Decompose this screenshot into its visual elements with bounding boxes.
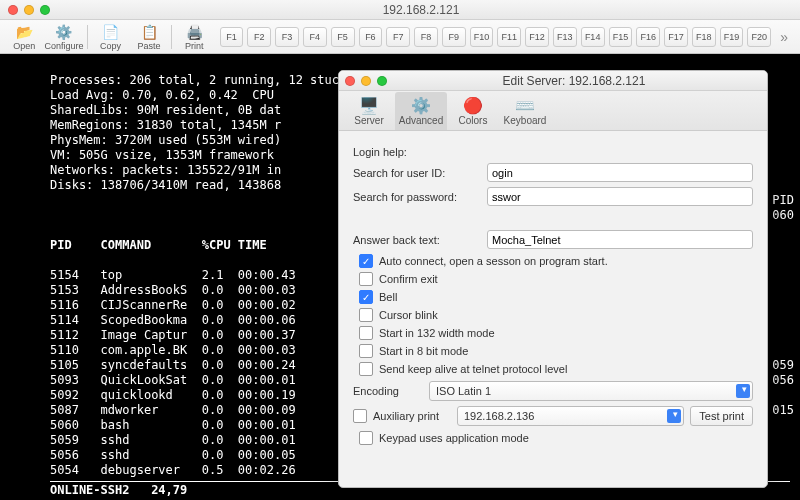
keypad-row[interactable]: Keypad uses application mode: [359, 431, 753, 445]
checkbox-label: Confirm exit: [379, 273, 438, 285]
window-controls: [8, 5, 50, 15]
copy-button[interactable]: 📄Copy: [92, 21, 128, 53]
fn-f13[interactable]: F13: [553, 27, 577, 47]
test-print-button[interactable]: Test print: [690, 406, 753, 426]
paste-label: Paste: [138, 41, 161, 51]
checkbox-label: Cursor blink: [379, 309, 438, 321]
fn-f5[interactable]: F5: [331, 27, 355, 47]
open-button[interactable]: 📂Open: [6, 21, 42, 53]
fn-f4[interactable]: F4: [303, 27, 327, 47]
checkbox-icon[interactable]: [353, 409, 367, 423]
tab-colors[interactable]: 🔴Colors: [447, 92, 499, 130]
paste-button[interactable]: 📋Paste: [131, 21, 167, 53]
sheet-window-controls: [345, 76, 387, 86]
zoom-icon[interactable]: [377, 76, 387, 86]
fn-f2[interactable]: F2: [247, 27, 271, 47]
checkbox-icon[interactable]: [359, 344, 373, 358]
fn-f3[interactable]: F3: [275, 27, 299, 47]
fn-f15[interactable]: F15: [609, 27, 633, 47]
encoding-value: ISO Latin 1: [436, 385, 491, 397]
minimize-icon[interactable]: [361, 76, 371, 86]
fn-f7[interactable]: F7: [386, 27, 410, 47]
search-user-input[interactable]: [487, 163, 753, 182]
checkbox-icon[interactable]: [359, 326, 373, 340]
fn-f16[interactable]: F16: [636, 27, 660, 47]
checkbox-label: Start in 132 width mode: [379, 327, 495, 339]
tab-server[interactable]: 🖥️Server: [343, 92, 395, 130]
tab-label: Advanced: [399, 115, 443, 126]
checkbox-label: Bell: [379, 291, 397, 303]
status-line: ONLINE-SSH2 24,79: [50, 483, 187, 498]
auto-connect-row[interactable]: ✓Auto connect, open a sesson on program …: [359, 254, 753, 268]
zoom-icon[interactable]: [40, 5, 50, 15]
toolbar-divider: [171, 25, 172, 49]
fn-f18[interactable]: F18: [692, 27, 716, 47]
function-keys: F1F2F3F4F5F6F7F8F9F10F11F12F13F14F15F16F…: [219, 27, 773, 47]
answer-back-label: Answer back text:: [353, 234, 481, 246]
tab-advanced[interactable]: ⚙️Advanced: [395, 92, 447, 130]
fn-f10[interactable]: F10: [470, 27, 494, 47]
checkbox-icon[interactable]: ✓: [359, 254, 373, 268]
fn-f12[interactable]: F12: [525, 27, 549, 47]
bit8-row[interactable]: Start in 8 bit mode: [359, 344, 753, 358]
test-print-label: Test print: [699, 410, 744, 422]
keepalive-row[interactable]: Send keep alive at telnet protocol level: [359, 362, 753, 376]
tab-label: Keyboard: [504, 115, 547, 126]
configure-label: Configure: [44, 41, 83, 51]
server-icon: 🖥️: [359, 97, 379, 115]
aux-host-select[interactable]: 192.168.2.136: [457, 406, 684, 426]
tab-keyboard[interactable]: ⌨️Keyboard: [499, 92, 551, 130]
encoding-label: Encoding: [353, 385, 423, 397]
checkbox-icon[interactable]: ✓: [359, 290, 373, 304]
search-user-label: Search for user ID:: [353, 167, 481, 179]
sheet-body: Login help: Search for user ID: Search f…: [339, 131, 767, 459]
search-password-input[interactable]: [487, 187, 753, 206]
checkbox-label: Auxiliary print: [373, 410, 439, 422]
cursor-blink-row[interactable]: Cursor blink: [359, 308, 753, 322]
window-title: 192.168.2.121: [50, 3, 792, 17]
checkbox-label: Keypad uses application mode: [379, 432, 529, 444]
fn-f20[interactable]: F20: [747, 27, 771, 47]
print-label: Print: [185, 41, 204, 51]
edit-server-sheet: Edit Server: 192.168.2.121 🖥️Server⚙️Adv…: [338, 70, 768, 488]
close-icon[interactable]: [345, 76, 355, 86]
fn-f14[interactable]: F14: [581, 27, 605, 47]
checkbox-icon[interactable]: [359, 308, 373, 322]
checkbox-icon[interactable]: [359, 431, 373, 445]
confirm-exit-row[interactable]: Confirm exit: [359, 272, 753, 286]
overflow-icon[interactable]: »: [774, 29, 794, 45]
width-132-row[interactable]: Start in 132 width mode: [359, 326, 753, 340]
tab-label: Server: [354, 115, 383, 126]
encoding-select[interactable]: ISO Latin 1: [429, 381, 753, 401]
print-button[interactable]: 🖨️Print: [176, 21, 212, 53]
tab-label: Colors: [459, 115, 488, 126]
fn-f6[interactable]: F6: [359, 27, 383, 47]
bell-row[interactable]: ✓Bell: [359, 290, 753, 304]
advanced-icon: ⚙️: [411, 97, 431, 115]
fn-f11[interactable]: F11: [497, 27, 521, 47]
colors-icon: 🔴: [463, 97, 483, 115]
terminal-right-column: PID 060 059 056 015: [772, 54, 794, 500]
fn-f1[interactable]: F1: [220, 27, 244, 47]
copy-label: Copy: [100, 41, 121, 51]
sheet-tabs: 🖥️Server⚙️Advanced🔴Colors⌨️Keyboard: [339, 91, 767, 131]
checkbox-icon[interactable]: [359, 362, 373, 376]
fn-f9[interactable]: F9: [442, 27, 466, 47]
minimize-icon[interactable]: [24, 5, 34, 15]
sheet-title: Edit Server: 192.168.2.121: [387, 74, 761, 88]
checkbox-label: Send keep alive at telnet protocol level: [379, 363, 567, 375]
aux-host-value: 192.168.2.136: [464, 410, 534, 422]
toolbar: 📂Open ⚙️Configure 📄Copy 📋Paste 🖨️Print F…: [0, 20, 800, 54]
aux-print-row[interactable]: Auxiliary print: [353, 409, 451, 423]
search-password-label: Search for password:: [353, 191, 481, 203]
sheet-titlebar: Edit Server: 192.168.2.121: [339, 71, 767, 91]
checkbox-icon[interactable]: [359, 272, 373, 286]
fn-f19[interactable]: F19: [720, 27, 744, 47]
configure-button[interactable]: ⚙️Configure: [44, 21, 83, 53]
answer-back-input[interactable]: [487, 230, 753, 249]
checkbox-label: Auto connect, open a sesson on program s…: [379, 255, 608, 267]
fn-f8[interactable]: F8: [414, 27, 438, 47]
open-label: Open: [13, 41, 35, 51]
close-icon[interactable]: [8, 5, 18, 15]
fn-f17[interactable]: F17: [664, 27, 688, 47]
